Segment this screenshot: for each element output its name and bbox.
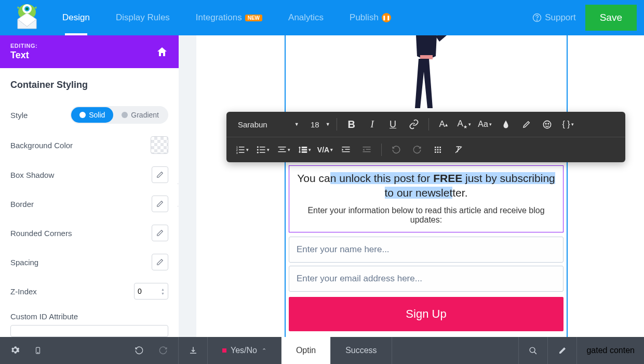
- bold-button[interactable]: B: [343, 117, 360, 132]
- bottom-left: [0, 337, 179, 364]
- indent-button[interactable]: [338, 142, 354, 157]
- svg-point-18: [257, 146, 258, 148]
- svg-rect-34: [366, 149, 371, 150]
- save-button[interactable]: Save: [585, 5, 637, 31]
- zindex-up[interactable]: ▲: [161, 288, 165, 291]
- bgcolor-swatch[interactable]: [151, 136, 168, 154]
- svg-rect-44: [439, 151, 441, 153]
- redo-global-icon[interactable]: [158, 346, 168, 355]
- email-input[interactable]: Enter your email address here...: [289, 266, 564, 292]
- tab-publish[interactable]: Publish❚❚: [337, 0, 404, 35]
- fontsize-up-button[interactable]: A▴: [435, 117, 452, 132]
- align-button[interactable]: ▾: [275, 142, 292, 157]
- row-zindex: Z-Index ▲▼: [0, 277, 179, 306]
- support-link[interactable]: Support: [532, 12, 576, 23]
- settings-icon[interactable]: [10, 345, 20, 356]
- clearformat-button[interactable]: [450, 142, 467, 157]
- svg-point-3: [26, 7, 29, 10]
- outdent-button[interactable]: [358, 142, 375, 157]
- svg-rect-43: [437, 151, 439, 153]
- svg-rect-36: [435, 147, 436, 148]
- new-badge: NEW: [245, 15, 262, 21]
- svg-rect-42: [435, 151, 436, 153]
- fontfamily-button[interactable]: A★▾: [456, 117, 473, 132]
- logo: [5, 0, 49, 35]
- search-icon[interactable]: [519, 337, 548, 364]
- svg-point-5: [537, 20, 538, 20]
- font-selector[interactable]: Sarabun▼: [234, 118, 306, 131]
- step-optin[interactable]: Optin: [281, 337, 331, 364]
- row-border: Border: [0, 189, 179, 218]
- svg-text:3: 3: [236, 151, 237, 154]
- svg-point-9: [543, 121, 551, 128]
- custom-id-field[interactable]: [10, 325, 168, 337]
- nav-tabs: Design Display Rules IntegrationsNEW Ana…: [49, 0, 404, 35]
- tab-display-rules[interactable]: Display Rules: [103, 0, 183, 35]
- svg-rect-40: [437, 149, 439, 151]
- underline-button[interactable]: U: [385, 117, 401, 132]
- svg-rect-41: [439, 149, 441, 151]
- undo-global-icon[interactable]: [135, 346, 144, 355]
- svg-rect-15: [239, 149, 245, 150]
- fontsize-selector[interactable]: 18▼: [311, 120, 330, 129]
- svg-point-46: [37, 353, 38, 353]
- zindex-input[interactable]: ▲▼: [134, 283, 168, 300]
- step-yesno[interactable]: Yes/No ⌃: [208, 337, 281, 364]
- canvas: You can unlock this post for FREE just b…: [179, 35, 644, 337]
- svg-rect-37: [437, 147, 439, 148]
- textcase-button[interactable]: Aa▾: [477, 117, 493, 132]
- unordered-list-button[interactable]: ▾: [254, 142, 271, 157]
- editing-label: EDITING:: [10, 43, 37, 49]
- row-custom-id: Custom ID Attribute: [0, 306, 179, 323]
- ordered-list-button[interactable]: 123▾: [234, 142, 250, 157]
- toggle-gradient[interactable]: Gradient: [113, 107, 167, 123]
- spacing-edit-button[interactable]: [152, 254, 168, 270]
- shortcode-button[interactable]: { }▾: [560, 117, 576, 132]
- home-icon[interactable]: [156, 46, 168, 58]
- svg-point-20: [257, 149, 258, 151]
- zindex-down[interactable]: ▼: [161, 292, 165, 295]
- campaign-title: gated conten: [577, 346, 644, 355]
- selectall-button[interactable]: [430, 142, 446, 157]
- lineheight-button[interactable]: ▾: [296, 142, 313, 157]
- border-edit-button[interactable]: [152, 196, 168, 212]
- text-toolbar: Sarabun▼ 18▼ B I U A▴ A★▾ Aa▾ { }▾ 123▾ …: [226, 112, 625, 162]
- mobile-icon[interactable]: [34, 345, 42, 356]
- link-button[interactable]: [406, 117, 422, 132]
- svg-rect-24: [278, 147, 286, 148]
- sidebar: EDITING: Text Container Styling Style So…: [0, 35, 179, 337]
- shadow-edit-button[interactable]: [152, 166, 168, 183]
- download-icon[interactable]: [179, 337, 208, 364]
- textcolor-button[interactable]: [498, 117, 514, 132]
- svg-point-11: [548, 123, 549, 124]
- svg-rect-26: [278, 151, 286, 152]
- svg-rect-23: [260, 152, 265, 153]
- letterspacing-button[interactable]: V/A▾: [317, 142, 333, 157]
- svg-rect-35: [363, 151, 371, 152]
- toggle-solid[interactable]: Solid: [71, 107, 113, 123]
- signup-button[interactable]: Sign Up: [289, 297, 564, 331]
- svg-rect-38: [439, 147, 441, 148]
- zindex-field[interactable]: [138, 287, 153, 295]
- svg-rect-21: [260, 149, 265, 150]
- italic-button[interactable]: I: [364, 117, 381, 132]
- highlight-button[interactable]: [518, 117, 535, 132]
- tab-integrations[interactable]: IntegrationsNEW: [183, 0, 275, 35]
- name-input[interactable]: Enter your name here...: [289, 237, 564, 263]
- text-block[interactable]: You can unlock this post for FREE just b…: [289, 165, 564, 232]
- top-nav: Design Display Rules IntegrationsNEW Ana…: [0, 0, 644, 35]
- emoji-button[interactable]: [539, 117, 556, 132]
- tab-design[interactable]: Design: [49, 0, 103, 35]
- svg-rect-27: [302, 147, 306, 148]
- undo-button[interactable]: [388, 142, 405, 157]
- tab-analytics[interactable]: Analytics: [275, 0, 337, 35]
- edit-title-icon[interactable]: [548, 337, 577, 364]
- svg-rect-39: [435, 149, 436, 151]
- step-success[interactable]: Success: [331, 337, 392, 364]
- redo-button[interactable]: [409, 142, 425, 157]
- svg-rect-32: [342, 151, 350, 152]
- pause-icon: ❚❚: [382, 13, 391, 22]
- row-spacing: Spacing: [0, 248, 179, 277]
- svg-rect-28: [302, 149, 306, 150]
- rounded-edit-button[interactable]: [152, 225, 168, 241]
